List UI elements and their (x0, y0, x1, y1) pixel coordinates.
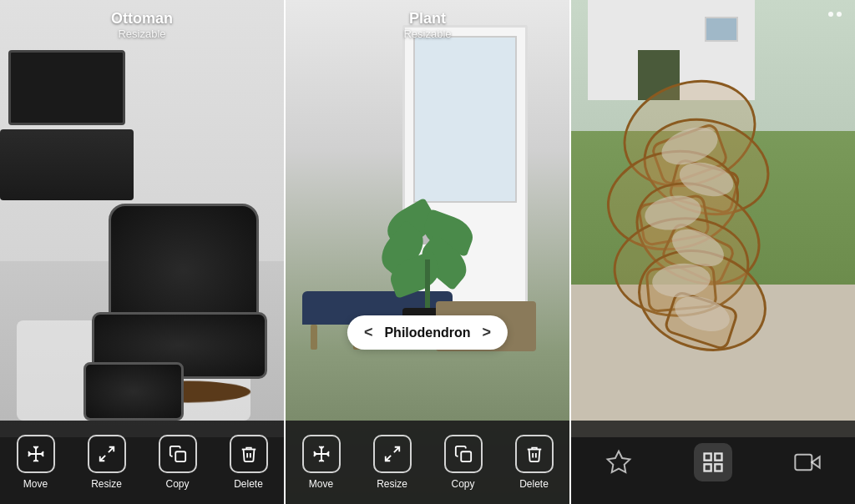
top-indicator-dots (828, 12, 842, 17)
middle-move-button[interactable]: Move (302, 435, 341, 490)
tv-stand (0, 50, 134, 200)
dot-1 (828, 12, 833, 17)
left-copy-icon (159, 435, 197, 473)
svg-rect-26 (796, 455, 812, 471)
dot-2 (837, 12, 842, 17)
star-icon (600, 443, 638, 481)
plant-stem (425, 260, 430, 310)
left-resize-icon (88, 435, 126, 473)
bench-leg (311, 325, 317, 350)
svg-rect-24 (715, 464, 721, 471)
left-delete-icon (230, 435, 268, 473)
chairs-svg (573, 50, 807, 367)
middle-resize-button[interactable]: Resize (373, 435, 412, 490)
left-delete-label: Delete (234, 478, 263, 490)
svg-marker-20 (607, 451, 630, 472)
ottoman-ar-object (83, 204, 284, 421)
grid-button[interactable] (694, 443, 732, 481)
plant-prev-arrow[interactable]: < (364, 324, 373, 341)
middle-delete-label: Delete (519, 478, 549, 490)
stacked-chairs-ar-object (573, 50, 807, 367)
right-toolbar (571, 421, 855, 504)
middle-resize-icon (373, 435, 412, 473)
svg-rect-1 (461, 451, 471, 461)
ottoman-footrest (83, 362, 184, 421)
left-resize-button[interactable]: Resize (88, 435, 126, 490)
favorite-button[interactable] (600, 443, 638, 481)
middle-delete-icon (515, 435, 554, 473)
left-object-sublabel: Resizable (111, 28, 173, 40)
left-object-name: Ottoman (111, 10, 173, 28)
svg-rect-21 (704, 454, 711, 461)
right-house-window (705, 17, 738, 42)
tv-base (0, 129, 134, 200)
middle-panel-label: Plant Resizable (403, 10, 451, 40)
door-glass (413, 36, 517, 203)
left-move-icon (17, 435, 55, 473)
middle-delete-button[interactable]: Delete (515, 435, 554, 490)
middle-toolbar: Move Resize Copy (286, 421, 569, 504)
middle-panel: Welcome Plant Resizable < Philodendron >… (284, 0, 571, 504)
middle-object-name: Plant (403, 10, 451, 28)
grid-icon (694, 443, 732, 481)
right-scene (571, 0, 855, 437)
left-copy-button[interactable]: Copy (159, 435, 197, 490)
middle-move-icon (302, 435, 341, 473)
svg-rect-0 (175, 451, 185, 461)
left-move-button[interactable]: Move (17, 435, 55, 490)
right-panel (571, 0, 855, 504)
video-button[interactable] (788, 443, 827, 481)
middle-object-sublabel: Resizable (403, 28, 451, 40)
middle-resize-label: Resize (377, 478, 407, 490)
plant-name-selector[interactable]: < Philodendron > (347, 315, 508, 350)
tv-screen (8, 50, 125, 125)
plant-name: Philodendron (384, 325, 470, 340)
svg-marker-25 (812, 456, 820, 467)
middle-copy-label: Copy (451, 478, 474, 490)
middle-copy-icon (444, 435, 483, 473)
plant-next-arrow[interactable]: > (483, 324, 492, 341)
left-toolbar: Move Resize Copy (0, 421, 284, 504)
left-delete-button[interactable]: Delete (230, 435, 268, 490)
left-copy-label: Copy (165, 478, 189, 490)
middle-move-label: Move (309, 478, 333, 490)
left-resize-label: Resize (91, 478, 122, 490)
left-panel-label: Ottoman Resizable (111, 10, 173, 40)
left-panel: Ottoman Resizable Move Resize (0, 0, 284, 504)
middle-copy-button[interactable]: Copy (444, 435, 483, 490)
left-move-label: Move (23, 478, 48, 490)
svg-rect-22 (715, 454, 721, 461)
svg-rect-23 (704, 464, 711, 471)
video-icon (788, 443, 827, 481)
